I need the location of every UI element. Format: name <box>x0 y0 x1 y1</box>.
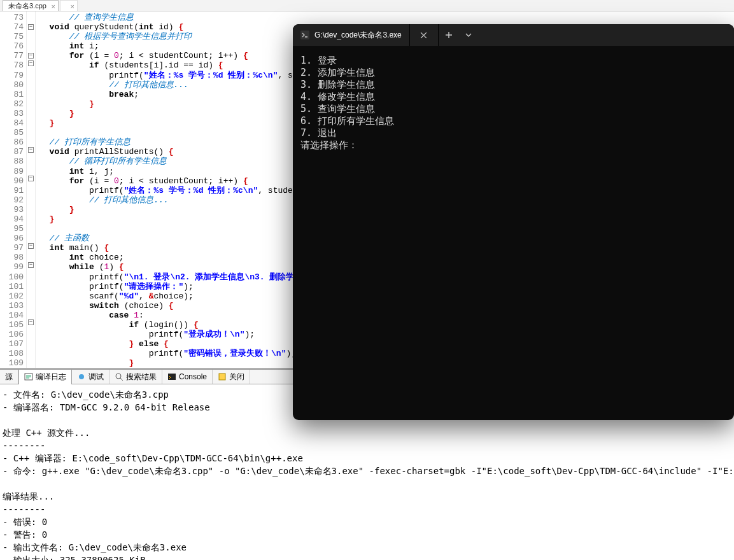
terminal-tab[interactable]: G:\dev_code\未命名3.exe <box>293 24 410 46</box>
tab-label: 未命名3.cpp <box>8 2 46 10</box>
tab-search[interactable]: 搜索结果 <box>109 370 162 384</box>
line-gutter: 73 74 75 76 77 78 79 80 81 82 83 84 85 8… <box>0 11 27 368</box>
svg-point-1 <box>79 374 84 379</box>
label: Console <box>179 372 207 381</box>
log-icon <box>24 372 33 381</box>
tab-compile-log[interactable]: 编译日志 <box>18 369 72 384</box>
svg-rect-4 <box>219 374 225 380</box>
tab-close[interactable]: 关闭 <box>213 370 250 384</box>
editor-tab[interactable]: 未命名3.cpp × <box>3 0 59 11</box>
label: 源 <box>5 372 13 382</box>
fold-column[interactable]: −−−−−−−− <box>27 11 36 368</box>
cmd-icon <box>300 31 309 39</box>
svg-point-2 <box>116 374 121 379</box>
editor-tabs: 未命名3.cpp × × <box>0 0 734 11</box>
console-icon <box>167 372 176 381</box>
tab-debug[interactable]: 调试 <box>72 370 109 384</box>
svg-rect-3 <box>168 374 176 380</box>
terminal-title: G:\dev_code\未命名3.exe <box>314 30 402 41</box>
save-icon <box>218 372 227 381</box>
label: 调试 <box>88 372 104 382</box>
terminal-body[interactable]: 1. 登录 2. 添加学生信息 3. 删除学生信息 4. 修改学生信息 5. 查… <box>293 46 734 420</box>
svg-rect-5 <box>300 31 309 39</box>
search-icon <box>115 372 124 381</box>
label: 搜索结果 <box>126 372 157 382</box>
terminal-titlebar[interactable]: G:\dev_code\未命名3.exe <box>293 24 734 46</box>
chevron-down-icon <box>465 31 472 39</box>
tab-console[interactable]: Console <box>162 370 213 384</box>
editor-tab[interactable]: × <box>60 0 78 11</box>
tab-dropdown-button[interactable] <box>460 24 477 46</box>
new-tab-button[interactable] <box>438 24 460 46</box>
terminal-window[interactable]: G:\dev_code\未命名3.exe 1. 登录 2. 添加学生信息 3. … <box>293 24 734 420</box>
close-icon[interactable]: × <box>70 1 74 11</box>
label: 关闭 <box>229 372 244 382</box>
tab-close-button[interactable] <box>410 24 438 46</box>
close-icon[interactable]: × <box>51 1 55 11</box>
label: 编译日志 <box>36 372 66 382</box>
tab-resource[interactable]: 源 <box>0 370 18 384</box>
plus-icon <box>445 31 453 39</box>
bug-icon <box>77 372 86 381</box>
close-icon <box>420 32 427 39</box>
